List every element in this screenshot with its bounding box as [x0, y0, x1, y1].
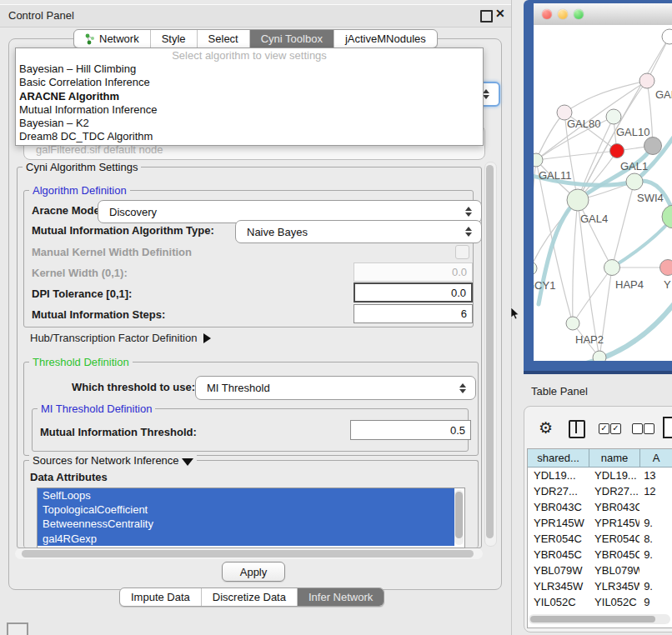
settings-vertical-scrollbar[interactable] [484, 162, 497, 547]
table-row[interactable]: YDR27...YDR27...12 [528, 483, 672, 499]
split-columns-icon[interactable] [569, 420, 585, 438]
attributes-scrollbar-thumb[interactable] [455, 492, 463, 538]
node-bottom-cut[interactable] [593, 351, 606, 361]
table-row[interactable]: YPR145WYPR145W9. [528, 515, 672, 531]
node-gal1[interactable] [610, 144, 624, 158]
network-window-titlebar[interactable] [534, 3, 672, 26]
select-all-checkbox-icon[interactable]: ✓ [610, 423, 621, 434]
column-header-2[interactable]: name [589, 449, 640, 468]
gear-icon[interactable]: ⚙ [539, 418, 553, 438]
kernel-width-field[interactable]: 0.0 [354, 262, 473, 282]
settings-horizontal-scrollbar[interactable] [15, 548, 483, 559]
node-gal10[interactable] [606, 109, 621, 124]
network-view[interactable]: GALGAL80GAL10GAL1GAL11SWI4GAL4GCY1HAP4YH… [534, 25, 672, 361]
node-green-cut[interactable] [662, 205, 672, 228]
table-row[interactable]: YBR045CYBR045C9. [528, 547, 672, 562]
attribute-list-item[interactable]: gal4RGexp [38, 532, 454, 546]
apply-button[interactable]: Apply [222, 562, 285, 582]
mi-threshold-label: Mutual Information Threshold: [40, 427, 197, 438]
settings-hscrollbar-thumb[interactable] [22, 550, 474, 558]
node-gray[interactable] [644, 138, 662, 155]
tab-style[interactable]: Style [150, 30, 197, 48]
select-all-checkbox-icon[interactable]: ✓ [599, 423, 609, 434]
table-row[interactable]: YBR043CYBR043C [528, 499, 672, 515]
table-cell: 13 [639, 468, 672, 483]
expand-right-icon[interactable] [203, 333, 211, 343]
node-hap2[interactable] [566, 317, 579, 330]
tab-network[interactable]: Network [74, 30, 150, 48]
which-threshold-label: Which threshold to use: [72, 382, 195, 393]
algorithm-option[interactable]: Basic Correlation Inference [16, 76, 483, 89]
sources-toggle[interactable]: Sources for Network Inference [29, 454, 197, 467]
table-horizontal-scrollbar[interactable] [529, 614, 670, 624]
attribute-list-item[interactable]: TopologicalCoefficient [38, 502, 454, 517]
mi-steps-field[interactable]: 6 [354, 304, 473, 323]
algorithm-dropdown-placeholder: Select algorithm to view settings [16, 48, 483, 62]
tab-discretize-data[interactable]: Discretize Data [201, 588, 297, 606]
dpi-tolerance-field[interactable]: 0.0 [354, 282, 473, 302]
zoom-traffic-light-icon[interactable] [574, 9, 584, 19]
document-icon[interactable] [663, 417, 672, 438]
sources-title: Sources for Network Inference [33, 454, 179, 467]
minimize-traffic-light-icon[interactable] [558, 9, 568, 19]
node-hap4[interactable] [604, 260, 620, 276]
tab-select[interactable]: Select [197, 30, 249, 48]
tab-jactivemnodules[interactable]: jActiveMNodules [333, 30, 437, 48]
deselect-all-checkbox-icon[interactable] [644, 423, 654, 434]
table-row[interactable]: YDL19...YDL19...13 [528, 468, 672, 483]
node-top-cut[interactable] [662, 29, 672, 44]
algorithm-option[interactable]: Bayesian – K2 [16, 117, 483, 130]
mi-algorithm-type-value: Naive Bayes [247, 226, 308, 238]
algorithm-option[interactable]: ARACNE Algorithm [16, 90, 483, 103]
float-window-icon[interactable] [480, 10, 493, 22]
attributes-scrollbar[interactable] [454, 490, 464, 545]
control-panel-title: Control Panel [8, 9, 74, 22]
data-attributes-list: SelfLoopsTopologicalCoefficientBetweenne… [37, 488, 465, 548]
node-label: GAL80 [567, 118, 600, 130]
network-icon [85, 33, 95, 45]
kernel-width-label: Kernel Width (0,1): [32, 268, 128, 279]
node-gal4[interactable] [567, 189, 589, 211]
attribute-list-item[interactable]: SelfLoops [38, 488, 454, 502]
table-hscrollbar-thumb[interactable] [530, 616, 655, 622]
node-gcy1[interactable] [534, 262, 537, 275]
table-row[interactable]: YER054CYER054C8. [528, 531, 672, 547]
table-panel-toolbar: ⚙ ✓ ✓ [524, 417, 672, 445]
algorithm-option[interactable]: Dream8 DC_TDC Algorithm [16, 130, 483, 143]
mi-threshold-field[interactable]: 0.5 [350, 420, 471, 440]
table-cell: YIL052C [589, 594, 639, 610]
network-window[interactable]: GALGAL80GAL10GAL1GAL11SWI4GAL4GCY1HAP4YH… [524, 0, 672, 374]
tab-cyni-toolbox[interactable]: Cyni Toolbox [249, 30, 333, 48]
node-label: SWI4 [637, 192, 664, 204]
tab-impute-data[interactable]: Impute Data [120, 588, 201, 606]
column-header-3[interactable]: A [640, 449, 672, 468]
table-row[interactable]: YLR345WYLR345W9. [528, 578, 672, 594]
collapse-down-icon[interactable] [182, 458, 193, 466]
which-threshold-value: MI Threshold [207, 382, 270, 394]
column-header-1[interactable]: shared... [528, 449, 589, 468]
close-icon[interactable]: ✕ [495, 7, 505, 20]
table-cell: 9. [639, 578, 672, 594]
table-panel-title: Table Panel [531, 385, 588, 398]
combo-arrows-icon [465, 207, 472, 217]
table-cell: YDR27... [528, 483, 589, 499]
tab-infer-network[interactable]: Infer Network [297, 588, 384, 606]
table-row[interactable]: YBL079WYBL079W [528, 562, 672, 578]
table-cell: 9. [639, 515, 672, 531]
attribute-list-item[interactable]: BetweennessCentrality [38, 517, 454, 531]
manual-kernel-width-checkbox[interactable] [455, 245, 469, 259]
node-swi4[interactable] [626, 173, 643, 190]
node-gal11[interactable] [534, 153, 543, 167]
node-gal-cut[interactable] [639, 73, 654, 88]
hub-definition-toggle[interactable]: Hub/Transcription Factor Definition [30, 332, 211, 344]
algorithm-option[interactable]: Mutual Information Inference [16, 103, 483, 117]
table-cell: YBR043C [589, 499, 639, 515]
deselect-all-checkbox-icon[interactable] [632, 423, 643, 434]
mi-algorithm-type-combobox[interactable]: Naive Bayes [235, 220, 482, 243]
which-threshold-combobox[interactable]: MI Threshold [195, 376, 476, 400]
settings-scrollbar-thumb[interactable] [486, 165, 494, 538]
table-row[interactable]: YIL052CYIL052C9 [528, 594, 672, 610]
node-y-cut[interactable] [660, 260, 672, 276]
close-traffic-light-icon[interactable] [542, 9, 552, 19]
algorithm-option[interactable]: Bayesian – Hill Climbing [16, 62, 483, 76]
